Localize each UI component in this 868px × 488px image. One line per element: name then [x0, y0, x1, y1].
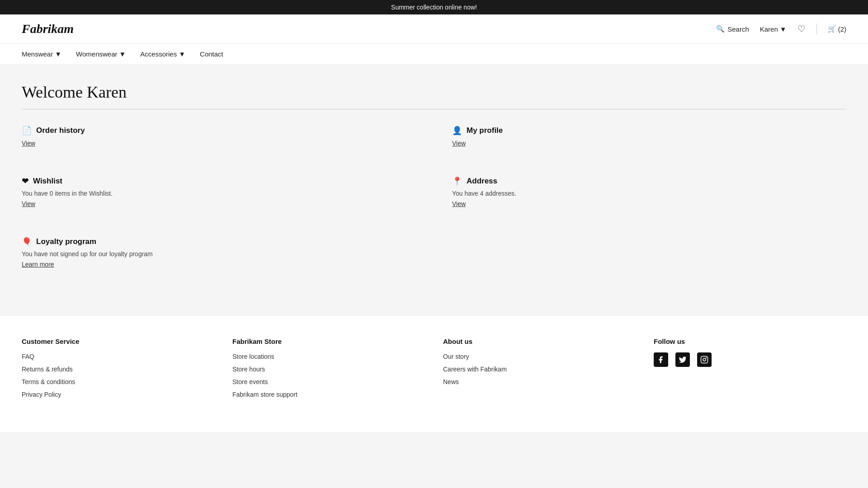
address-icon: 📍 — [452, 176, 462, 186]
facebook-icon[interactable] — [654, 352, 668, 367]
footer-link-terms[interactable]: Terms & conditions — [22, 378, 75, 385]
loyalty-title: 🎈 Loyalty program — [22, 237, 416, 247]
instagram-icon[interactable] — [697, 352, 712, 367]
order-history-view-link[interactable]: View — [22, 140, 35, 147]
my-profile-view-link[interactable]: View — [452, 140, 466, 147]
header-actions: 🔍 Search Karen ▼ ♡ 🛒 (2) — [716, 23, 846, 34]
order-history-title: 📄 Order history — [22, 126, 416, 136]
logo-text: Fabrikam — [22, 22, 74, 36]
footer-link-store-hours[interactable]: Store hours — [232, 366, 265, 373]
address-view-link[interactable]: View — [452, 200, 466, 207]
footer-link-store-support[interactable]: Fabrikam store support — [232, 391, 297, 398]
wishlist-description: You have 0 items in the Wishlist. — [22, 190, 416, 197]
footer-about-us-heading: About us — [443, 338, 636, 345]
footer-customer-service-heading: Customer Service — [22, 338, 214, 345]
nav-item-menswear[interactable]: Menswear ▼ — [22, 44, 61, 64]
footer-about-us: About us Our story Careers with Fabrikam… — [443, 338, 636, 403]
user-menu-button[interactable]: Karen ▼ — [760, 25, 787, 33]
loyalty-description: You have not signed up for our loyalty p… — [22, 250, 416, 258]
footer-link-our-story[interactable]: Our story — [443, 353, 469, 360]
nav-item-contact[interactable]: Contact — [200, 44, 223, 64]
order-history-icon: 📄 — [22, 126, 32, 136]
nav-item-womenswear[interactable]: Womenswear ▼ — [76, 44, 126, 64]
chevron-down-icon: ▼ — [179, 50, 185, 58]
title-divider — [22, 109, 846, 109]
footer-link-news[interactable]: News — [443, 378, 459, 385]
footer-fabrikam-store: Fabrikam Store Store locations Store hou… — [232, 338, 425, 403]
my-profile-title: 👤 My profile — [452, 126, 846, 136]
footer-link-privacy[interactable]: Privacy Policy — [22, 391, 61, 398]
main-content: Welcome Karen 📄 Order history View 👤 My … — [0, 65, 868, 315]
wishlist-title: ❤ Wishlist — [22, 176, 416, 186]
wishlist-view-link[interactable]: View — [22, 200, 35, 207]
footer-link-store-events[interactable]: Store events — [232, 378, 268, 385]
chevron-down-icon: ▼ — [119, 50, 126, 58]
footer-follow-us: Follow us — [654, 338, 846, 403]
loyalty-section: 🎈 Loyalty program You have not signed up… — [22, 237, 416, 268]
top-banner: Summer collection online now! — [0, 0, 868, 14]
footer-link-careers[interactable]: Careers with Fabrikam — [443, 366, 507, 373]
footer-grid: Customer Service FAQ Returns & refunds T… — [22, 338, 846, 403]
bag-icon: 🛒 — [828, 25, 836, 33]
search-label: Search — [727, 25, 749, 33]
footer-store-links: Store locations Store hours Store events… — [232, 352, 425, 399]
svg-point-1 — [703, 358, 706, 361]
chevron-down-icon: ▼ — [55, 50, 61, 58]
page-title: Welcome Karen — [22, 83, 846, 102]
footer-customer-service: Customer Service FAQ Returns & refunds T… — [22, 338, 214, 403]
address-title: 📍 Address — [452, 176, 846, 186]
footer-link-returns[interactable]: Returns & refunds — [22, 366, 73, 373]
wishlist-icon: ❤ — [22, 176, 28, 186]
banner-text: Summer collection online now! — [391, 4, 477, 11]
wishlist-section: ❤ Wishlist You have 0 items in the Wishl… — [22, 176, 416, 208]
heart-icon: ♡ — [797, 24, 806, 34]
svg-point-2 — [706, 357, 707, 358]
footer-follow-us-heading: Follow us — [654, 338, 846, 345]
cart-count: (2) — [838, 25, 846, 33]
order-history-section: 📄 Order history View — [22, 126, 416, 147]
footer-link-store-locations[interactable]: Store locations — [232, 353, 274, 360]
footer-about-links: Our story Careers with Fabrikam News — [443, 352, 636, 386]
footer-link-faq[interactable]: FAQ — [22, 353, 34, 360]
profile-icon: 👤 — [452, 126, 462, 136]
nav-item-accessories[interactable]: Accessories ▼ — [140, 44, 185, 64]
svg-rect-0 — [701, 357, 708, 363]
header: Fabrikam 🔍 Search Karen ▼ ♡ 🛒 (2) — [0, 14, 868, 44]
address-section: 📍 Address You have 4 addresses. View — [452, 176, 846, 208]
chevron-down-icon: ▼ — [780, 25, 787, 33]
wishlist-button[interactable]: ♡ — [797, 23, 806, 34]
loyalty-learn-more-link[interactable]: Learn more — [22, 261, 54, 268]
loyalty-icon: 🎈 — [22, 237, 32, 247]
footer: Customer Service FAQ Returns & refunds T… — [0, 315, 868, 432]
account-grid: 📄 Order history View 👤 My profile View ❤… — [22, 126, 846, 279]
search-icon: 🔍 — [716, 25, 725, 33]
my-profile-section: 👤 My profile View — [452, 126, 846, 147]
user-label: Karen — [760, 25, 778, 33]
logo[interactable]: Fabrikam — [22, 22, 74, 36]
twitter-icon[interactable] — [675, 352, 690, 367]
main-nav: Menswear ▼ Womenswear ▼ Accessories ▼ Co… — [0, 44, 868, 65]
cart-button[interactable]: 🛒 (2) — [828, 25, 846, 33]
footer-fabrikam-store-heading: Fabrikam Store — [232, 338, 425, 345]
footer-customer-service-links: FAQ Returns & refunds Terms & conditions… — [22, 352, 214, 399]
header-divider — [816, 23, 817, 34]
social-icons — [654, 352, 846, 367]
address-description: You have 4 addresses. — [452, 190, 846, 197]
search-button[interactable]: 🔍 Search — [716, 25, 749, 33]
